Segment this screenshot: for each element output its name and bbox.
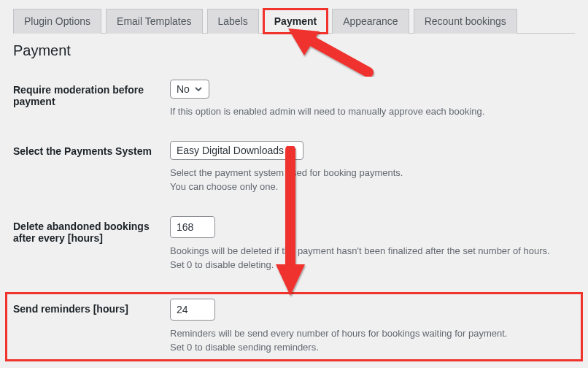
select-require-moderation[interactable]: No xyxy=(170,80,209,99)
chevron-down-icon xyxy=(194,85,203,93)
tab-payment[interactable]: Payment xyxy=(263,9,328,34)
page-title: Payment xyxy=(13,42,575,59)
input-reminders-hours[interactable] xyxy=(177,302,209,317)
desc-payments-system: Select the payment system used for booki… xyxy=(170,166,575,194)
desc-require-moderation: If this option is enabled admin will nee… xyxy=(170,104,575,119)
tab-recount-bookings[interactable]: Recount bookings xyxy=(414,9,517,34)
row-payments-system: Select the Payments System Easy Digital … xyxy=(13,141,575,194)
label-payments-system: Select the Payments System xyxy=(13,141,170,157)
label-abandoned: Delete abandoned bookings after every [h… xyxy=(13,216,170,244)
desc-abandoned: Bookings will be deleted if the payment … xyxy=(170,244,575,272)
select-value: No xyxy=(177,83,190,95)
row-abandoned: Delete abandoned bookings after every [h… xyxy=(13,216,575,272)
tab-labels[interactable]: Labels xyxy=(207,9,259,34)
tab-email-templates[interactable]: Email Templates xyxy=(106,9,202,34)
row-require-moderation: Require moderation before payment No If … xyxy=(13,80,575,119)
label-reminders: Send reminders [hours] xyxy=(13,299,170,315)
tab-appearance[interactable]: Appearance xyxy=(332,9,409,34)
tab-plugin-options[interactable]: Plugin Options xyxy=(13,9,101,34)
chevron-down-icon xyxy=(288,146,297,155)
input-reminders-hours-wrap xyxy=(170,299,215,321)
input-abandoned-hours[interactable] xyxy=(177,220,209,234)
select-payments-system[interactable]: Easy Digital Downloads xyxy=(170,141,303,160)
label-require-moderation: Require moderation before payment xyxy=(13,80,170,107)
select-value: Easy Digital Downloads xyxy=(177,145,284,156)
desc-reminders: Reminders will be send every number of h… xyxy=(170,326,575,355)
row-reminders: Send reminders [hours] Reminders will be… xyxy=(7,294,581,359)
settings-tabs: Plugin Options Email Templates Labels Pa… xyxy=(13,9,575,34)
input-abandoned-hours-wrap xyxy=(170,216,215,238)
